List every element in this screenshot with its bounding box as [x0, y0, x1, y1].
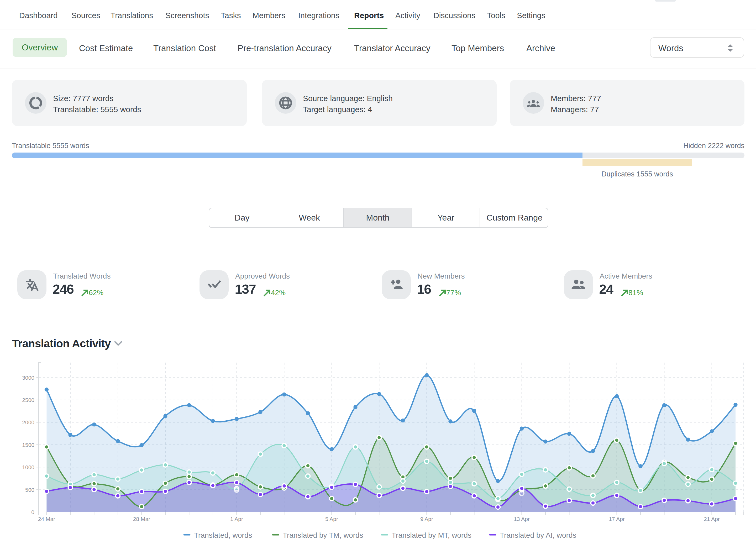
svg-text:0: 0	[31, 509, 34, 515]
svg-text:Translated, words: Translated, words	[194, 531, 252, 539]
svg-text:500: 500	[25, 487, 34, 493]
svg-text:1500: 1500	[22, 442, 34, 448]
svg-text:5 Apr: 5 Apr	[325, 516, 338, 522]
svg-text:2000: 2000	[22, 419, 34, 425]
svg-text:13 Apr: 13 Apr	[514, 516, 530, 522]
svg-text:21 Apr: 21 Apr	[704, 516, 720, 522]
svg-text:Translated by AI, words: Translated by AI, words	[500, 531, 576, 539]
svg-text:9 Apr: 9 Apr	[420, 516, 433, 522]
svg-text:1 Apr: 1 Apr	[230, 516, 243, 522]
svg-text:28 Mar: 28 Mar	[133, 516, 150, 522]
svg-text:24 Mar: 24 Mar	[38, 516, 55, 522]
svg-text:2500: 2500	[22, 397, 34, 403]
svg-text:3000: 3000	[22, 375, 34, 381]
svg-text:17 Apr: 17 Apr	[609, 516, 625, 522]
svg-text:Translated by MT, words: Translated by MT, words	[392, 531, 471, 539]
svg-text:1000: 1000	[22, 464, 34, 470]
svg-text:Translated by TM, words: Translated by TM, words	[283, 531, 363, 539]
